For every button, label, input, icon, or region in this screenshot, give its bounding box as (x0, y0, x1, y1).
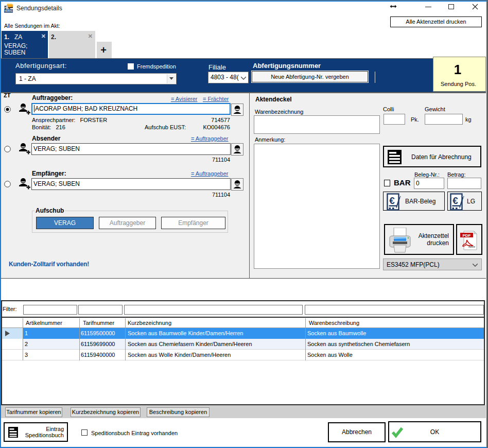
svg-text:€: € (389, 195, 395, 206)
svg-text:€: € (452, 195, 458, 206)
svg-text:Adobe: Adobe (468, 246, 476, 248)
svg-text:PDF: PDF (463, 233, 471, 238)
svg-text:VERAG: VERAG (4, 10, 13, 12)
